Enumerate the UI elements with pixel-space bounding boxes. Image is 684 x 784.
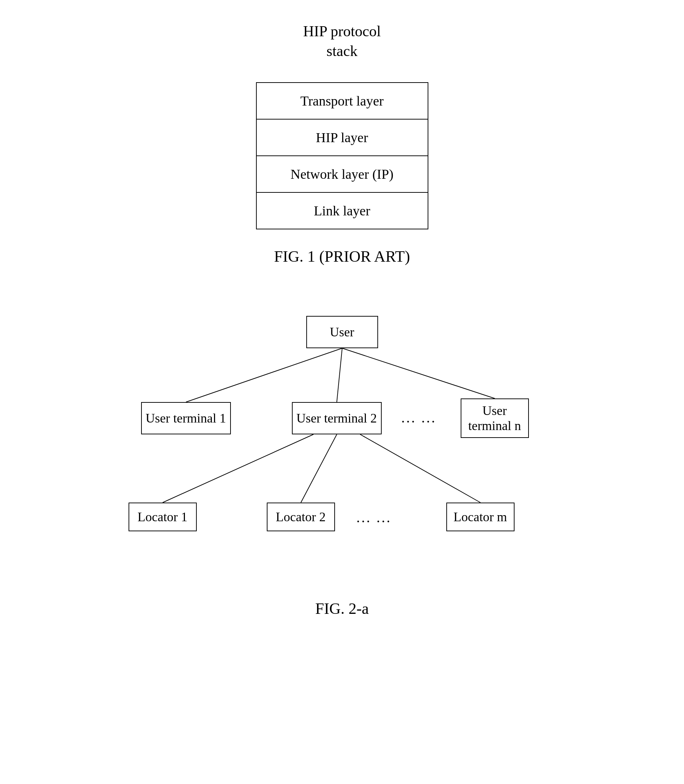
user-terminal-n-node: User terminal n: [461, 398, 529, 438]
fig2-diagram: User User terminal 1 User terminal 2 ...…: [109, 301, 576, 589]
transport-layer: Transport layer: [257, 83, 428, 119]
locator-ellipsis: ... ...: [357, 509, 392, 526]
network-layer: Network layer (IP): [257, 156, 428, 193]
svg-line-0: [186, 348, 342, 402]
locator-m-node: Locator m: [446, 502, 515, 531]
fig1-title-line2: stack: [326, 43, 357, 59]
svg-line-4: [301, 435, 337, 502]
link-layer: Link layer: [257, 193, 428, 229]
svg-line-2: [342, 348, 495, 398]
fig1-title: HIP protocol stack: [303, 21, 381, 61]
protocol-stack: Transport layer HIP layer Network layer …: [256, 82, 428, 229]
terminal-ellipsis: ... ...: [402, 409, 437, 426]
user-terminal-2-node: User terminal 2: [292, 402, 382, 435]
fig1-caption: FIG. 1 (PRIOR ART): [274, 247, 410, 266]
user-terminal-1-node: User terminal 1: [141, 402, 231, 435]
fig1-section: HIP protocol stack Transport layer HIP l…: [0, 21, 684, 266]
svg-line-5: [360, 435, 481, 502]
fig2-caption: FIG. 2-a: [315, 599, 369, 618]
fig2-section: User User terminal 1 User terminal 2 ...…: [0, 301, 684, 618]
svg-line-3: [163, 435, 313, 502]
hip-layer: HIP layer: [257, 119, 428, 156]
svg-line-1: [337, 348, 342, 402]
locator-2-node: Locator 2: [267, 502, 335, 531]
user-node: User: [306, 316, 378, 348]
locator-1-node: Locator 1: [129, 502, 197, 531]
page: HIP protocol stack Transport layer HIP l…: [0, 0, 684, 784]
fig1-title-line1: HIP protocol: [303, 23, 381, 40]
